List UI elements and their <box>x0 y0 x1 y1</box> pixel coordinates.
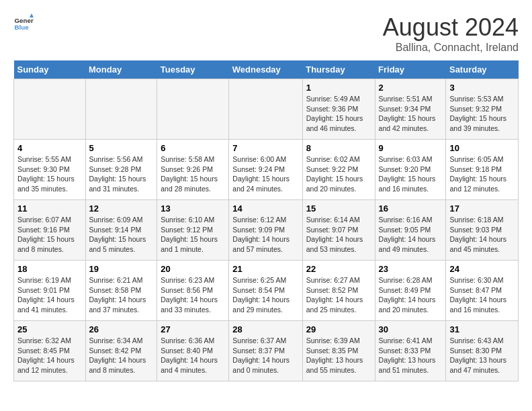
day-info: Sunrise: 6:02 AM Sunset: 9:22 PM Dayligh… <box>306 154 371 194</box>
day-info: Sunrise: 6:36 AM Sunset: 8:40 PM Dayligh… <box>161 336 225 375</box>
day-number: 8 <box>306 143 371 153</box>
calendar-cell <box>85 79 157 140</box>
header-day-sunday: Sunday <box>14 60 86 79</box>
header-day-tuesday: Tuesday <box>157 60 229 79</box>
calendar-cell <box>14 79 86 140</box>
day-number: 24 <box>449 264 515 274</box>
day-info: Sunrise: 6:18 AM Sunset: 9:03 PM Dayligh… <box>449 215 515 255</box>
calendar-header-row: SundayMondayTuesdayWednesdayThursdayFrid… <box>14 60 519 79</box>
calendar-cell: 21Sunrise: 6:25 AM Sunset: 8:54 PM Dayli… <box>229 261 302 321</box>
day-number: 26 <box>89 324 154 334</box>
day-number: 21 <box>232 264 298 274</box>
day-info: Sunrise: 6:32 AM Sunset: 8:45 PM Dayligh… <box>17 336 82 375</box>
day-number: 18 <box>17 264 82 274</box>
day-info: Sunrise: 6:28 AM Sunset: 8:49 PM Dayligh… <box>379 275 443 315</box>
day-info: Sunrise: 5:53 AM Sunset: 9:32 PM Dayligh… <box>449 94 515 134</box>
header: General Blue August 2024 Ballina, Connac… <box>13 13 519 54</box>
day-info: Sunrise: 6:09 AM Sunset: 9:14 PM Dayligh… <box>89 215 154 255</box>
day-number: 6 <box>161 143 225 153</box>
calendar-cell: 24Sunrise: 6:30 AM Sunset: 8:47 PM Dayli… <box>446 261 519 321</box>
day-number: 31 <box>449 324 515 334</box>
day-info: Sunrise: 6:05 AM Sunset: 9:18 PM Dayligh… <box>449 154 515 194</box>
svg-marker-2 <box>30 13 34 17</box>
calendar-cell: 25Sunrise: 6:32 AM Sunset: 8:45 PM Dayli… <box>14 321 86 381</box>
calendar-cell: 17Sunrise: 6:18 AM Sunset: 9:03 PM Dayli… <box>446 200 519 261</box>
day-number: 27 <box>161 324 225 334</box>
day-info: Sunrise: 6:43 AM Sunset: 8:30 PM Dayligh… <box>449 336 515 375</box>
logo-icon: General Blue <box>13 13 34 34</box>
calendar-cell: 13Sunrise: 6:10 AM Sunset: 9:12 PM Dayli… <box>157 200 229 261</box>
day-number: 19 <box>89 264 154 274</box>
day-info: Sunrise: 6:37 AM Sunset: 8:37 PM Dayligh… <box>232 336 298 375</box>
day-number: 22 <box>306 264 371 274</box>
day-info: Sunrise: 6:16 AM Sunset: 9:05 PM Dayligh… <box>379 215 443 255</box>
calendar-cell: 15Sunrise: 6:14 AM Sunset: 9:07 PM Dayli… <box>302 200 375 261</box>
title-section: August 2024 Ballina, Connacht, Ireland <box>383 13 519 54</box>
header-day-monday: Monday <box>85 60 157 79</box>
day-number: 1 <box>306 83 371 93</box>
day-info: Sunrise: 6:14 AM Sunset: 9:07 PM Dayligh… <box>306 215 371 255</box>
calendar-cell: 23Sunrise: 6:28 AM Sunset: 8:49 PM Dayli… <box>375 261 446 321</box>
calendar-cell: 11Sunrise: 6:07 AM Sunset: 9:16 PM Dayli… <box>14 200 86 261</box>
day-number: 4 <box>17 143 82 153</box>
calendar-cell: 9Sunrise: 6:03 AM Sunset: 9:20 PM Daylig… <box>375 140 446 200</box>
calendar-table: SundayMondayTuesdayWednesdayThursdayFrid… <box>13 60 519 381</box>
calendar-cell: 12Sunrise: 6:09 AM Sunset: 9:14 PM Dayli… <box>85 200 157 261</box>
day-number: 28 <box>232 324 298 334</box>
day-number: 7 <box>232 143 298 153</box>
day-number: 12 <box>89 203 154 214</box>
day-info: Sunrise: 6:12 AM Sunset: 9:09 PM Dayligh… <box>232 215 298 255</box>
calendar-cell: 2Sunrise: 5:51 AM Sunset: 9:34 PM Daylig… <box>375 79 446 140</box>
day-number: 3 <box>449 83 515 93</box>
day-number: 10 <box>449 143 515 153</box>
day-number: 20 <box>161 264 225 274</box>
day-number: 30 <box>379 324 443 334</box>
svg-text:Blue: Blue <box>15 24 30 31</box>
day-info: Sunrise: 5:49 AM Sunset: 9:36 PM Dayligh… <box>306 94 371 134</box>
day-info: Sunrise: 6:30 AM Sunset: 8:47 PM Dayligh… <box>449 275 515 315</box>
calendar-cell <box>157 79 229 140</box>
day-info: Sunrise: 6:21 AM Sunset: 8:58 PM Dayligh… <box>89 275 154 315</box>
calendar-cell: 20Sunrise: 6:23 AM Sunset: 8:56 PM Dayli… <box>157 261 229 321</box>
day-info: Sunrise: 6:25 AM Sunset: 8:54 PM Dayligh… <box>232 275 298 315</box>
day-info: Sunrise: 6:23 AM Sunset: 8:56 PM Dayligh… <box>161 275 225 315</box>
day-info: Sunrise: 6:27 AM Sunset: 8:52 PM Dayligh… <box>306 275 371 315</box>
calendar-cell: 10Sunrise: 6:05 AM Sunset: 9:18 PM Dayli… <box>446 140 519 200</box>
header-day-thursday: Thursday <box>302 60 375 79</box>
calendar-cell: 1Sunrise: 5:49 AM Sunset: 9:36 PM Daylig… <box>302 79 375 140</box>
day-info: Sunrise: 6:00 AM Sunset: 9:24 PM Dayligh… <box>232 154 298 194</box>
day-info: Sunrise: 6:19 AM Sunset: 9:01 PM Dayligh… <box>17 275 82 315</box>
calendar-cell: 4Sunrise: 5:55 AM Sunset: 9:30 PM Daylig… <box>14 140 86 200</box>
day-number: 9 <box>379 143 443 153</box>
calendar-week-row: 11Sunrise: 6:07 AM Sunset: 9:16 PM Dayli… <box>14 200 519 261</box>
day-info: Sunrise: 6:07 AM Sunset: 9:16 PM Dayligh… <box>17 215 82 255</box>
day-info: Sunrise: 6:03 AM Sunset: 9:20 PM Dayligh… <box>379 154 443 194</box>
day-info: Sunrise: 5:55 AM Sunset: 9:30 PM Dayligh… <box>17 154 82 194</box>
day-info: Sunrise: 5:56 AM Sunset: 9:28 PM Dayligh… <box>89 154 154 194</box>
calendar-cell: 19Sunrise: 6:21 AM Sunset: 8:58 PM Dayli… <box>85 261 157 321</box>
header-day-wednesday: Wednesday <box>229 60 302 79</box>
calendar-cell: 16Sunrise: 6:16 AM Sunset: 9:05 PM Dayli… <box>375 200 446 261</box>
day-number: 5 <box>89 143 154 153</box>
calendar-cell: 26Sunrise: 6:34 AM Sunset: 8:42 PM Dayli… <box>85 321 157 381</box>
logo: General Blue <box>13 13 34 34</box>
day-number: 11 <box>17 203 82 214</box>
calendar-week-row: 4Sunrise: 5:55 AM Sunset: 9:30 PM Daylig… <box>14 140 519 200</box>
header-day-saturday: Saturday <box>446 60 519 79</box>
calendar-cell: 27Sunrise: 6:36 AM Sunset: 8:40 PM Dayli… <box>157 321 229 381</box>
day-info: Sunrise: 6:34 AM Sunset: 8:42 PM Dayligh… <box>89 336 154 375</box>
day-number: 23 <box>379 264 443 274</box>
calendar-cell: 29Sunrise: 6:39 AM Sunset: 8:35 PM Dayli… <box>302 321 375 381</box>
calendar-cell: 31Sunrise: 6:43 AM Sunset: 8:30 PM Dayli… <box>446 321 519 381</box>
main-title: August 2024 <box>383 13 519 42</box>
header-day-friday: Friday <box>375 60 446 79</box>
day-info: Sunrise: 5:58 AM Sunset: 9:26 PM Dayligh… <box>161 154 225 194</box>
day-number: 25 <box>17 324 82 334</box>
calendar-week-row: 18Sunrise: 6:19 AM Sunset: 9:01 PM Dayli… <box>14 261 519 321</box>
calendar-cell: 5Sunrise: 5:56 AM Sunset: 9:28 PM Daylig… <box>85 140 157 200</box>
calendar-cell: 6Sunrise: 5:58 AM Sunset: 9:26 PM Daylig… <box>157 140 229 200</box>
day-number: 16 <box>379 203 443 214</box>
calendar-cell: 8Sunrise: 6:02 AM Sunset: 9:22 PM Daylig… <box>302 140 375 200</box>
day-info: Sunrise: 6:39 AM Sunset: 8:35 PM Dayligh… <box>306 336 371 375</box>
day-number: 29 <box>306 324 371 334</box>
